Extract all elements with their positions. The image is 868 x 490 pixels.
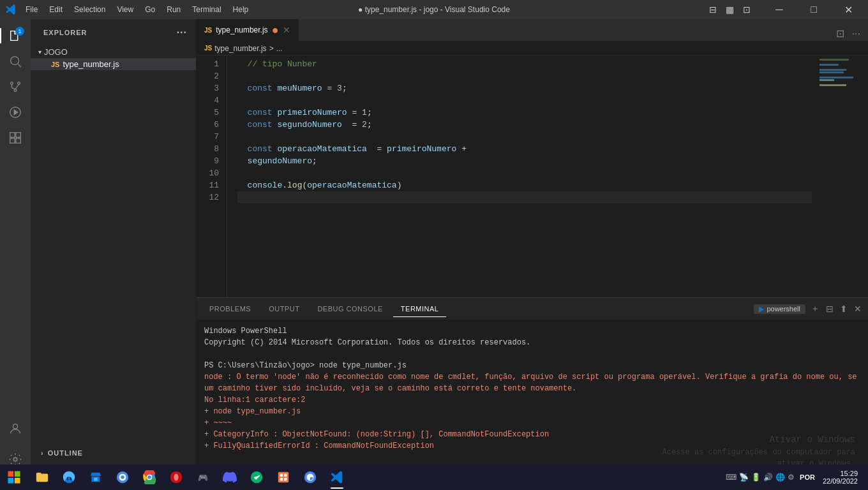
activity-explorer[interactable]: 1 [4, 24, 27, 47]
clock-date: 22/09/2022 [823, 477, 858, 485]
code-line-3: const meuNumero = 3; [237, 82, 817, 94]
more-actions-icon[interactable]: ··· [849, 27, 863, 41]
language-indicator[interactable]: POR [800, 473, 815, 481]
svg-point-25 [147, 475, 151, 479]
code-line-9: segundoNumero; [237, 155, 817, 167]
taskbar-boxapp[interactable] [271, 464, 296, 490]
breadcrumb-filename[interactable]: type_number.js [214, 44, 266, 53]
code-editor[interactable]: 12345 678910 1112 // tipo Nunber const m… [197, 56, 868, 297]
layout-btn3[interactable]: ⊡ [739, 4, 754, 15]
edge-icon [62, 470, 76, 484]
menu-file[interactable]: File [20, 4, 43, 15]
outline-section[interactable]: › OUTLINE [31, 445, 196, 461]
svg-rect-19 [15, 478, 20, 484]
activity-account[interactable] [4, 417, 27, 440]
svg-rect-18 [8, 478, 13, 484]
menu-go[interactable]: Go [140, 4, 160, 15]
extensions-icon [8, 131, 22, 145]
breadcrumb-separator: > [269, 44, 274, 53]
menu-view[interactable]: View [112, 4, 138, 15]
clock-time: 15:29 [823, 470, 858, 477]
menu-selection[interactable]: Selection [69, 4, 110, 15]
tray-icon-6[interactable]: ⚙ [788, 473, 795, 482]
terminal-split-icon[interactable]: ⊟ [825, 302, 835, 315]
terminal-type-btn[interactable]: ▶ powershell [754, 304, 805, 314]
panel-close-icon[interactable]: ✕ [853, 302, 863, 315]
file-type-number[interactable]: JS type_number.js [31, 58, 196, 70]
menu-terminal[interactable]: Terminal [187, 4, 226, 15]
tab-debug-console[interactable]: DEBUG CONSOLE [310, 301, 390, 316]
taskbar-file-explorer[interactable] [29, 464, 55, 490]
taskbar-discord[interactable] [217, 464, 243, 490]
tab-problems[interactable]: PROBLEMS [202, 301, 258, 316]
layout-btn2[interactable]: ▦ [722, 4, 738, 15]
code-content[interactable]: // tipo Nunber const meuNumero = 3; cons… [227, 56, 817, 297]
sidebar-more-btn[interactable]: ··· [176, 26, 188, 40]
svg-point-0 [11, 57, 19, 65]
activity-search[interactable] [4, 50, 27, 73]
taskbar-browser[interactable] [110, 464, 135, 490]
activity-source-control[interactable] [4, 75, 27, 98]
layout-btn[interactable]: ⊟ [705, 4, 721, 15]
panel-maximize-icon[interactable]: ⬆ [839, 302, 849, 315]
menu-edit[interactable]: Edit [44, 4, 68, 15]
code-line-7 [237, 131, 817, 143]
source-control-icon [8, 80, 22, 94]
tray-icon-2[interactable]: 📡 [739, 473, 749, 482]
start-button[interactable] [3, 466, 26, 489]
split-editor-icon[interactable]: ⊡ [834, 26, 847, 41]
svg-point-2 [11, 82, 13, 85]
taskbar-vscode[interactable] [324, 464, 350, 490]
windows-start-icon [8, 471, 20, 484]
titlebar-controls: ⊟ ▦ ⊡ ─ □ ✕ [705, 0, 863, 19]
menu-run[interactable]: Run [161, 4, 186, 15]
opera-icon [169, 470, 183, 484]
svg-line-6 [15, 84, 19, 89]
activity-bar: 1 [0, 19, 31, 476]
minimize-button[interactable]: ─ [765, 0, 794, 19]
taskbar-edge[interactable] [56, 464, 82, 490]
svg-rect-31 [280, 474, 283, 477]
code-line-6: const segundoNumero = 2; [237, 119, 817, 131]
tab-output[interactable]: OUTPUT [261, 301, 307, 316]
tray-icon-4[interactable]: 🔊 [763, 473, 773, 482]
tray-icon-3[interactable]: 🔋 [751, 473, 761, 482]
activity-run[interactable] [4, 101, 27, 124]
tab-terminal[interactable]: TERMINAL [393, 301, 447, 317]
close-button[interactable]: ✕ [834, 0, 863, 19]
explorer-label: EXPLORER [43, 29, 87, 36]
menu-help[interactable]: Help [228, 4, 254, 15]
term-line-3 [204, 348, 860, 360]
add-terminal-icon[interactable]: ＋ [809, 302, 821, 316]
panel-actions: ▶ powershell ＋ ⊟ ⬆ ✕ [754, 302, 863, 316]
code-line-11: console.log(operacaoMatematica) [237, 179, 817, 191]
svg-rect-34 [284, 478, 287, 481]
store-icon [89, 470, 103, 484]
activity-extensions[interactable] [4, 126, 27, 149]
svg-rect-33 [280, 478, 283, 481]
sidebar: EXPLORER ··· ▾ JOGO JS type_number.js › … [31, 19, 197, 476]
tray-icon-1[interactable]: ⌨ [726, 473, 737, 482]
code-line-2 [237, 70, 817, 82]
taskbar-game[interactable]: 🎮 [190, 464, 216, 490]
term-error-3: + node type_number.js [204, 406, 860, 417]
tab-close-btn[interactable]: ✕ [283, 25, 290, 35]
tab-filename: type_number.js [216, 26, 267, 34]
folder-jogo[interactable]: ▾ JOGO [31, 46, 196, 58]
editor-tab-type-number[interactable]: JS type_number.js ● ✕ [197, 19, 299, 41]
search-icon [8, 54, 22, 68]
taskbar-clock[interactable]: 15:29 22/09/2022 [818, 470, 863, 485]
taskbar-opera[interactable] [163, 464, 189, 490]
maximize-button[interactable]: □ [799, 0, 828, 19]
vscode-logo-icon [5, 4, 17, 15]
chevron-right-icon: › [41, 449, 44, 457]
term-error-2: No linha:1 caractere:2 [204, 394, 860, 406]
taskbar-chrome[interactable] [137, 464, 162, 490]
tray-icon-5[interactable]: 🌐 [775, 473, 785, 482]
taskbar-store[interactable] [83, 464, 108, 490]
taskbar-google[interactable] [297, 464, 323, 490]
svg-line-7 [12, 88, 16, 89]
svg-rect-32 [284, 474, 287, 477]
terminal-content[interactable]: Windows PowerShell Copyright (C) 2014 Mi… [197, 320, 868, 476]
taskbar-greenapp[interactable] [244, 464, 269, 490]
